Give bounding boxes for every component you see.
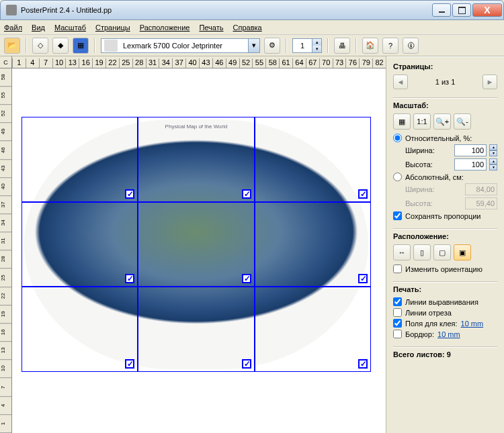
- canvas-area[interactable]: C 14710131619222528313437404346495255586…: [0, 56, 386, 433]
- actual-size-button[interactable]: 1:1: [413, 113, 431, 130]
- poster-pages[interactable]: Physical Map of the World: [22, 117, 371, 372]
- page-cell[interactable]: [22, 287, 138, 372]
- page-checkbox[interactable]: [242, 189, 251, 199]
- page-checkbox[interactable]: [242, 359, 251, 369]
- scale-title: Масштаб:: [393, 101, 497, 109]
- close-button[interactable]: X: [472, 3, 502, 17]
- page-checkbox[interactable]: [358, 189, 368, 199]
- page-checkbox[interactable]: [125, 189, 134, 199]
- abs-width-label: Ширина:: [405, 185, 462, 193]
- prev-page-button[interactable]: ◄: [393, 75, 408, 89]
- page-cell[interactable]: [138, 117, 254, 202]
- page-cell[interactable]: [138, 202, 254, 287]
- abs-height-input: [465, 197, 497, 209]
- page-down[interactable]: ▾: [312, 46, 321, 52]
- page-checkbox[interactable]: [242, 274, 251, 283]
- toolbar: 📂 ◇ ◆ ▦ Lexmark 5700 Color Jetprinter ▾ …: [0, 35, 504, 56]
- fit-button[interactable]: ▦: [73, 38, 89, 54]
- page-cell[interactable]: [22, 202, 138, 287]
- align-lines-checkbox[interactable]: Линии выравнивания: [393, 297, 497, 306]
- page-up[interactable]: ▴: [312, 39, 321, 46]
- page-cell[interactable]: [138, 287, 254, 372]
- ruler-corner: C: [0, 56, 12, 68]
- printer-settings-button[interactable]: ⚙: [264, 38, 280, 54]
- menu-layout[interactable]: Расположение: [140, 23, 190, 32]
- zoom-in-button[interactable]: 🔍+: [433, 113, 451, 130]
- printer-select[interactable]: Lexmark 5700 Color Jetprinter ▾: [101, 38, 260, 53]
- orientation-checkbox[interactable]: Изменить ориентацию: [393, 264, 497, 273]
- printer-name: Lexmark 5700 Color Jetprinter: [120, 42, 248, 50]
- total-sheets-value: 9: [447, 350, 451, 358]
- rotate-left-button[interactable]: ◇: [32, 38, 48, 54]
- layout-fit-button[interactable]: ▢: [433, 244, 451, 260]
- menu-pages[interactable]: Страницы: [95, 23, 130, 32]
- page-cell[interactable]: [255, 117, 371, 202]
- ruler-vertical: 1471013161922252831343740434649525558: [0, 68, 12, 433]
- printer-dropdown-icon[interactable]: ▾: [248, 39, 259, 52]
- minimize-button[interactable]: [432, 3, 451, 17]
- abs-width-input: [465, 183, 497, 195]
- side-panel: Страницы: ◄ 1 из 1 ► Масштаб: ▦ 1:1 🔍+ 🔍…: [386, 56, 504, 433]
- border-link[interactable]: 10 mm: [437, 330, 460, 338]
- page-cell[interactable]: [22, 117, 138, 202]
- cut-lines-checkbox[interactable]: Линии отреза: [393, 308, 497, 317]
- width-label: Ширина:: [405, 146, 452, 154]
- page-checkbox[interactable]: [125, 359, 134, 369]
- page-spinner-input[interactable]: [293, 39, 312, 52]
- width-input[interactable]: [454, 144, 487, 156]
- page-cell[interactable]: [255, 287, 371, 372]
- page-checkbox[interactable]: [358, 274, 368, 283]
- pages-title: Страницы:: [393, 62, 497, 70]
- layout-center-button[interactable]: ↔: [393, 244, 411, 260]
- page-checkbox[interactable]: [125, 274, 134, 283]
- page-cell[interactable]: [255, 202, 371, 287]
- page-checkbox[interactable]: [358, 359, 368, 369]
- home-button[interactable]: 🏠: [362, 38, 378, 54]
- page-indicator: 1 из 1: [415, 78, 476, 86]
- open-button[interactable]: 📂: [4, 38, 20, 54]
- layout-title: Расположение:: [393, 232, 497, 240]
- border-checkbox[interactable]: Бордюр: 10 mm: [393, 330, 497, 338]
- grid-view-button[interactable]: ▦: [393, 113, 411, 130]
- help-button[interactable]: ?: [382, 38, 398, 54]
- rotate-right-button[interactable]: ◆: [52, 38, 69, 54]
- abs-height-label: Высота:: [405, 199, 462, 207]
- maximize-button[interactable]: [452, 3, 471, 17]
- menu-print[interactable]: Печать: [199, 23, 223, 32]
- total-sheets-label: Всего листов:: [393, 350, 445, 358]
- menubar: Файл Вид Масштаб Страницы Расположение П…: [0, 20, 504, 35]
- glue-margins-checkbox[interactable]: Поля для клея: 10 mm: [393, 319, 497, 328]
- print-title: Печать:: [393, 285, 497, 293]
- next-page-button[interactable]: ►: [482, 75, 497, 89]
- keep-ratio-checkbox[interactable]: Сохранять пропорции: [393, 211, 497, 220]
- height-label: Высота:: [405, 160, 452, 169]
- menu-scale[interactable]: Масштаб: [54, 23, 86, 32]
- page-spinner[interactable]: ▴▾: [292, 38, 322, 53]
- titlebar: PosterPrint 2.4 - Untitled.pp X: [0, 0, 504, 20]
- menu-file[interactable]: Файл: [4, 23, 22, 32]
- print-button[interactable]: 🖶: [334, 38, 350, 54]
- printer-icon: [104, 40, 118, 52]
- layout-page-button[interactable]: ▯: [413, 244, 431, 260]
- menu-view[interactable]: Вид: [32, 23, 45, 32]
- relative-radio[interactable]: Относительный, %:: [393, 134, 497, 142]
- ruler-horizontal: 1471013161922252831343740434649525558616…: [12, 56, 386, 68]
- menu-help[interactable]: Справка: [233, 23, 262, 32]
- app-icon: [6, 5, 17, 15]
- about-button[interactable]: 🛈: [403, 38, 419, 54]
- height-input[interactable]: [454, 158, 487, 171]
- zoom-out-button[interactable]: 🔍-: [454, 113, 471, 130]
- window-title: PosterPrint 2.4 - Untitled.pp: [21, 6, 432, 14]
- absolute-radio[interactable]: Абсолютный, см:: [393, 173, 497, 181]
- layout-stretch-button[interactable]: ▣: [454, 244, 471, 260]
- glue-margins-link[interactable]: 10 mm: [461, 320, 484, 328]
